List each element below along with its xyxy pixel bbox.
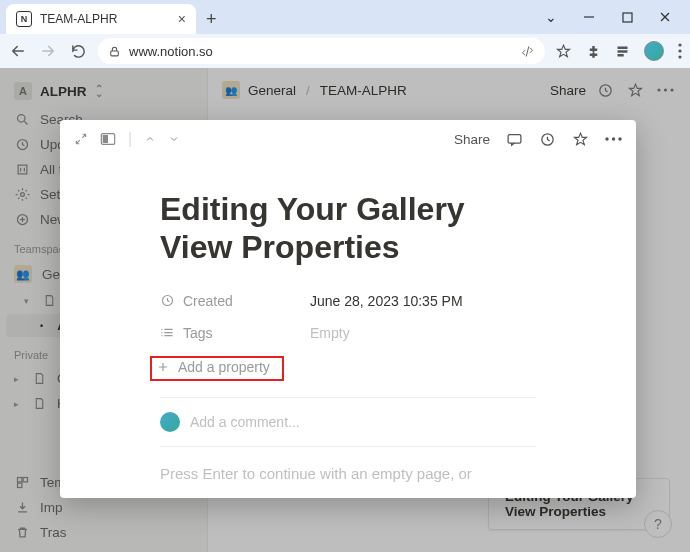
add-property-label: Add a property [178,359,270,375]
tab-bar: N TEAM-ALPHR × + ⌄ [0,0,690,34]
tags-label: Tags [183,325,213,341]
svg-point-39 [161,329,162,330]
page-modal: | Share Editing Your Gallery View Proper… [60,120,636,498]
close-window-button[interactable] [646,4,684,30]
browser-tab[interactable]: N TEAM-ALPHR × [6,4,196,34]
highlight-box: Add a property [150,356,284,381]
property-created[interactable]: Created June 28, 2023 10:35 PM [160,285,536,317]
browser-chrome: N TEAM-ALPHR × + ⌄ [0,0,690,69]
url-field[interactable]: https://www.notion.so/ecc0c1d41c3c4782a4… [98,38,545,64]
created-label: Created [183,293,233,309]
add-property-button[interactable]: Add a property [148,355,278,379]
notion-favicon: N [16,11,32,27]
bookmarks-icon[interactable] [615,44,630,59]
minimize-button[interactable] [570,4,608,30]
extensions-icon[interactable] [586,44,601,59]
maximize-button[interactable] [608,4,646,30]
page-title[interactable]: Editing Your Gallery View Properties [160,190,536,267]
modal-topbar: | Share [60,120,636,158]
property-tags[interactable]: Tags Empty [160,317,536,349]
back-button[interactable] [8,41,28,61]
svg-point-34 [618,137,621,140]
close-tab-icon[interactable]: × [178,11,186,27]
modal-share-button[interactable]: Share [454,132,490,147]
add-comment-row[interactable]: Add a comment... [160,412,536,432]
svg-rect-6 [618,50,628,53]
svg-rect-1 [623,13,632,22]
share-url-icon[interactable] [520,44,535,59]
favorite-icon[interactable] [572,131,589,148]
profile-avatar[interactable] [644,41,664,61]
created-value: June 28, 2023 10:35 PM [310,293,463,309]
toolbar-icons [555,41,682,61]
modal-more-icon[interactable] [605,137,622,141]
svg-rect-5 [618,46,628,49]
svg-rect-30 [508,134,521,143]
new-tab-button[interactable]: + [206,9,217,30]
svg-point-33 [612,137,615,140]
browser-menu-icon[interactable] [678,43,682,59]
peek-mode-icon[interactable] [100,132,116,146]
svg-rect-4 [111,50,119,55]
chevron-down-icon[interactable]: ⌄ [532,4,570,30]
comments-icon[interactable] [506,131,523,148]
updates-icon[interactable] [539,131,556,148]
nav-up-icon[interactable] [144,133,156,145]
empty-page-hint: Press Enter to continue with an empty pa… [160,465,536,482]
forward-button[interactable] [38,41,58,61]
svg-point-10 [678,55,681,58]
svg-point-8 [678,43,681,46]
svg-point-40 [161,332,162,333]
url-text: https://www.notion.so/ecc0c1d41c3c4782a4… [129,44,512,59]
expand-icon[interactable] [74,132,88,146]
divider [160,446,536,447]
list-icon [160,325,175,340]
divider [160,397,536,398]
address-bar: https://www.notion.so/ecc0c1d41c3c4782a4… [0,34,690,68]
tags-value: Empty [310,325,350,341]
reload-button[interactable] [68,41,88,61]
svg-point-32 [605,137,608,140]
user-avatar [160,412,180,432]
lock-icon [108,45,121,58]
modal-body: Editing Your Gallery View Properties Cre… [60,158,636,498]
nav-down-icon[interactable] [168,133,180,145]
window-controls: ⌄ [532,4,684,30]
tab-title: TEAM-ALPHR [40,12,170,26]
svg-rect-29 [103,135,108,143]
svg-rect-7 [618,54,624,57]
plus-icon [156,360,170,374]
star-icon[interactable] [555,43,572,60]
comment-placeholder: Add a comment... [190,414,300,430]
clock-icon [160,293,175,308]
svg-point-9 [678,49,681,52]
svg-point-41 [161,335,162,336]
